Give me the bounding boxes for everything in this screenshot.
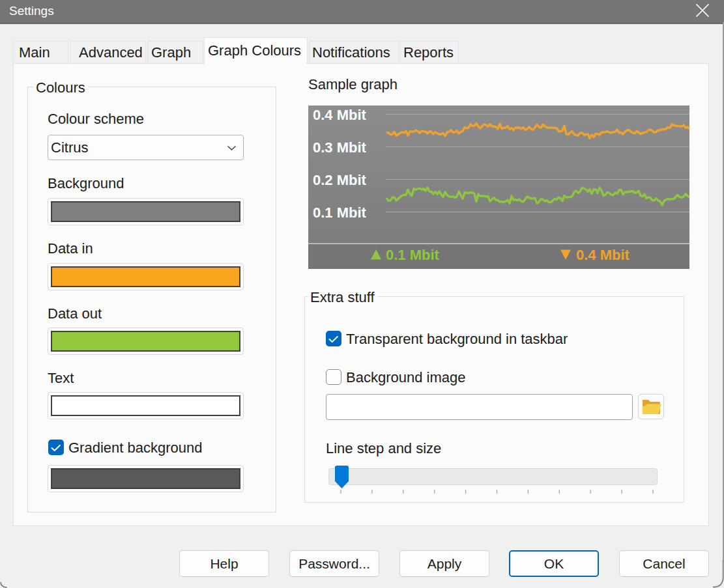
svg-text:0.3 Mbit: 0.3 Mbit	[313, 139, 367, 156]
svg-text:0.1 Mbit: 0.1 Mbit	[386, 247, 440, 263]
svg-text:0.4 Mbit: 0.4 Mbit	[313, 107, 367, 123]
svg-text:0.2 Mbit: 0.2 Mbit	[313, 172, 367, 188]
svg-text:0.1 Mbit: 0.1 Mbit	[313, 204, 367, 221]
svg-text:0.4 Mbit: 0.4 Mbit	[576, 247, 630, 263]
